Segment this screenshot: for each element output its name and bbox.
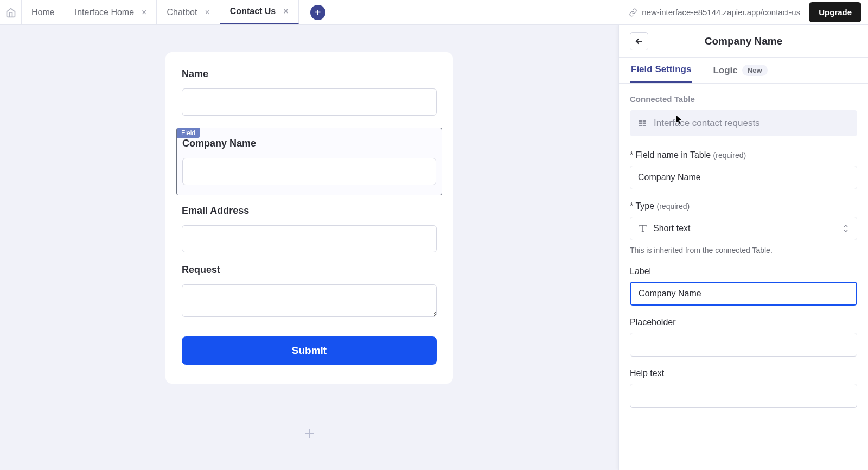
text-type-icon [638, 224, 648, 233]
field-label: Request [182, 264, 437, 276]
upgrade-label: Upgrade [819, 8, 852, 17]
type-help: This is inherited from the connected Tab… [630, 246, 857, 255]
connected-table-label: Connected Table [630, 94, 857, 104]
field-request[interactable]: Request [176, 264, 442, 319]
field-name-input[interactable] [630, 166, 857, 189]
field-label: Company Name [182, 138, 436, 149]
plus-icon [303, 427, 316, 440]
home-tab[interactable]: Home [22, 0, 65, 24]
close-icon[interactable]: × [142, 8, 146, 17]
field-email[interactable]: Email Address [176, 205, 442, 252]
canvas: Name Field Company Name Email Address Re… [0, 25, 618, 470]
tab-contact-us[interactable]: Contact Us × [220, 0, 299, 24]
field-company-name[interactable]: Field Company Name [176, 128, 442, 195]
back-button[interactable] [630, 32, 648, 50]
close-icon[interactable]: × [205, 8, 209, 17]
tab-chatbot[interactable]: Chatbot × [157, 0, 220, 24]
submit-label: Submit [292, 345, 327, 356]
main: Name Field Company Name Email Address Re… [0, 25, 868, 470]
new-badge: New [742, 65, 768, 76]
placeholder-label: Placeholder [630, 317, 857, 327]
add-tab-button[interactable]: + [299, 0, 337, 24]
tab-label: Contact Us [230, 7, 276, 16]
field-name-label: * Field name in Table (required) [630, 150, 857, 160]
email-input[interactable] [182, 225, 437, 252]
connected-table-value[interactable]: Interface contact requests [630, 110, 857, 136]
tab-label: Chatbot [167, 8, 197, 17]
name-input[interactable] [182, 88, 437, 116]
chevron-updown-icon [843, 224, 849, 233]
plus-icon: + [310, 5, 326, 20]
form-card: Name Field Company Name Email Address Re… [165, 52, 453, 384]
topbar: Home Interface Home × Chatbot × Contact … [0, 0, 868, 25]
field-label: Email Address [182, 205, 437, 217]
home-icon-tab[interactable] [0, 0, 22, 24]
tab-label: Logic [713, 65, 737, 76]
field-label: Name [182, 68, 437, 80]
tab-interface-home[interactable]: Interface Home × [65, 0, 157, 24]
tab-label: Field Settings [631, 64, 691, 75]
tab-label: Interface Home [75, 8, 134, 17]
help-text-input[interactable] [630, 384, 857, 408]
field-badge: Field [177, 128, 200, 138]
url-text: new-interface-e85144.zapier.app/contact-… [642, 8, 800, 17]
request-input[interactable] [182, 284, 437, 317]
tab-field-settings[interactable]: Field Settings [630, 58, 692, 83]
url-display[interactable]: new-interface-e85144.zapier.app/contact-… [629, 8, 800, 17]
svg-rect-4 [643, 120, 646, 122]
home-tab-label: Home [31, 8, 55, 17]
svg-rect-6 [643, 123, 646, 124]
type-value: Short text [653, 224, 690, 233]
help-text-label: Help text [630, 369, 857, 378]
field-name[interactable]: Name [176, 68, 442, 116]
panel-tabs: Field Settings Logic New [619, 58, 868, 84]
home-icon [5, 7, 16, 18]
panel-title: Company Name [705, 35, 783, 47]
type-label: * Type (required) [630, 201, 857, 211]
close-icon[interactable]: × [283, 7, 288, 16]
svg-rect-5 [639, 123, 642, 124]
submit-button[interactable]: Submit [182, 336, 437, 365]
placeholder-input[interactable] [630, 333, 857, 357]
svg-rect-7 [639, 125, 642, 126]
svg-rect-8 [643, 125, 646, 126]
topbar-right: new-interface-e85144.zapier.app/contact-… [629, 0, 868, 24]
type-label-text: Type [635, 201, 654, 211]
arrow-left-icon [634, 36, 644, 46]
label-field-label: Label [630, 266, 857, 276]
label-input[interactable] [630, 282, 857, 306]
panel-header: Company Name [619, 25, 868, 58]
add-block-button[interactable] [303, 427, 316, 440]
table-icon [637, 118, 647, 128]
company-name-input[interactable] [182, 158, 436, 185]
tab-logic[interactable]: Logic New [712, 58, 768, 83]
connected-table-text: Interface contact requests [654, 118, 760, 129]
upgrade-button[interactable]: Upgrade [809, 2, 861, 22]
panel-body: Connected Table Interface contact reques… [619, 84, 868, 470]
svg-rect-3 [639, 120, 642, 122]
required-hint: (required) [713, 151, 746, 160]
type-select[interactable]: Short text [630, 217, 857, 240]
required-hint: (required) [657, 202, 690, 211]
link-icon [629, 8, 637, 17]
settings-panel: Company Name Field Settings Logic New Co… [618, 25, 868, 470]
field-name-label-text: Field name in Table [636, 150, 711, 160]
